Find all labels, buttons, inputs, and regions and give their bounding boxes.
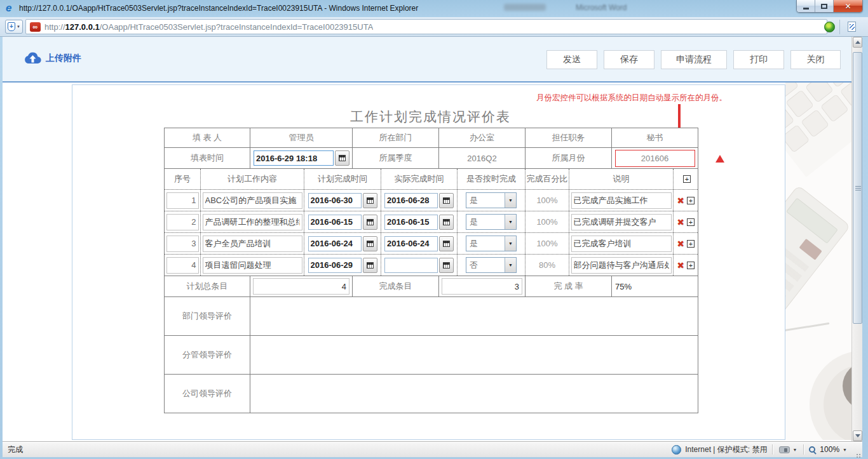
rate-value: 75% [611, 276, 698, 296]
add-row-button[interactable]: + [687, 262, 695, 269]
plan-content-input[interactable] [203, 192, 302, 209]
delete-row-button[interactable]: ✖ [677, 239, 684, 248]
calendar-button[interactable] [363, 193, 377, 208]
zone-text: Internet | 保护模式: 禁用 [685, 444, 767, 455]
note-input[interactable] [571, 192, 672, 209]
blurred-window-ghost [504, 4, 546, 11]
add-row-button[interactable]: + [687, 240, 695, 248]
rate-label: 完 成 率 [525, 276, 611, 296]
percent-value: 80% [525, 255, 569, 276]
add-row-button[interactable]: + [683, 175, 691, 183]
zones-button[interactable]: + ▼ [5, 20, 23, 34]
calendar-icon [367, 219, 374, 225]
form-title: 工作计划完成情况评价表 [164, 108, 697, 126]
action-button-group: 发送 保存 申请流程 打印 关闭 [546, 50, 841, 69]
upload-attachment-link[interactable]: 上传附件 [24, 52, 81, 64]
calendar-button[interactable] [335, 150, 349, 166]
address-bar: + ▼ ∞ http://127.0.0.1/OAapp/HtTrace0503… [0, 17, 868, 37]
row-index-input[interactable] [166, 236, 199, 252]
print-button[interactable]: 打印 [733, 50, 784, 69]
background-photo [785, 83, 851, 440]
calendar-button[interactable] [439, 215, 454, 230]
plan-date-input[interactable] [308, 258, 362, 273]
row-index-input[interactable] [166, 257, 199, 274]
ontime-select[interactable]: 是▼ [466, 214, 517, 230]
add-row-button[interactable]: + [687, 197, 695, 204]
scroll-up-button[interactable] [853, 37, 862, 48]
plan-date-input[interactable] [308, 236, 362, 251]
internet-globe-icon [672, 445, 681, 455]
compatibility-view-icon[interactable] [845, 20, 858, 33]
apply-workflow-button[interactable]: 申请流程 [661, 50, 727, 69]
window-titlebar: e http://127.0.0.1/OAapp/HtTrace0503Serv… [0, 0, 868, 17]
calendar-button[interactable] [439, 193, 454, 208]
plan-content-input[interactable] [203, 214, 302, 230]
percent-value: 100% [525, 233, 569, 254]
minimize-button[interactable] [797, 0, 815, 12]
plan-content-input[interactable] [203, 257, 302, 274]
calculator-photo [785, 185, 851, 314]
branch-leader-eval-field[interactable] [250, 336, 698, 374]
keyboard-photo [785, 83, 851, 177]
magnifier-icon [809, 446, 815, 453]
calendar-button[interactable] [439, 236, 454, 251]
fill-time-input[interactable] [254, 150, 334, 166]
company-leader-eval-label: 公司领导评价 [165, 375, 250, 413]
ontime-select[interactable]: 是▼ [466, 192, 517, 208]
ontime-select[interactable]: 是▼ [466, 236, 517, 251]
row-index-input[interactable] [166, 192, 199, 209]
plan-row: 是▼ 100% ✖+ [165, 232, 698, 254]
total-items-cell: 4 [250, 276, 352, 296]
privacy-control[interactable]: ▼ [778, 446, 798, 453]
totals-row: 计划总条目 4 完成条目 3 完 成 率 75% [165, 276, 698, 296]
evaluation-row: 分管领导评价 [165, 335, 698, 374]
delete-row-button[interactable]: ✖ [677, 218, 684, 227]
window-controls: ✕ [796, 0, 863, 13]
vertical-scrollbar[interactable] [851, 37, 862, 441]
scroll-down-button[interactable] [853, 430, 862, 441]
note-input[interactable] [571, 214, 672, 230]
company-leader-eval-field[interactable] [250, 375, 698, 413]
plugin-icon[interactable] [824, 22, 835, 32]
calendar-button[interactable] [363, 258, 377, 273]
actual-date-input[interactable] [384, 215, 438, 230]
col-on-time: 是否按时完成 [457, 169, 525, 189]
zoom-control[interactable]: 100% ▼ [809, 445, 853, 454]
plan-row: 是▼ 100% ✖+ [165, 189, 698, 211]
col-percent: 完成百分比 [525, 169, 569, 189]
note-input[interactable] [571, 257, 672, 274]
scrollbar-thumb[interactable] [853, 52, 862, 324]
plan-content-input[interactable] [203, 236, 302, 252]
calendar-button[interactable] [363, 215, 377, 230]
row-index-input[interactable] [166, 214, 199, 230]
note-input[interactable] [571, 236, 672, 252]
dept-leader-eval-field[interactable] [250, 297, 698, 335]
total-items-value: 4 [253, 278, 349, 295]
calendar-button[interactable] [363, 236, 377, 251]
delete-row-button[interactable]: ✖ [677, 196, 684, 205]
post-label: 担任职务 [525, 128, 611, 147]
month-value-highlighted[interactable]: 201606 [615, 150, 695, 167]
form-panel: 月份宏控件可以根据系统的日期自动显示所在的月份。 工作计划完成情况评价表 填 表… [72, 84, 785, 440]
plan-row: 否▼ 80% ✖+ [165, 254, 698, 276]
delete-row-button[interactable]: ✖ [677, 261, 684, 270]
page-content: 月份宏控件可以根据系统的日期自动显示所在的月份。 工作计划完成情况评价表 填 表… [3, 83, 851, 440]
send-button[interactable]: 发送 [546, 50, 597, 69]
close-button[interactable]: ✕ [834, 0, 862, 12]
url-text: http://127.0.0.1/OAapp/HtTrace0503Servle… [44, 22, 373, 32]
close-page-button[interactable]: 关闭 [790, 50, 841, 69]
quarter-value: 2016Q2 [438, 148, 525, 168]
ontime-select[interactable]: 否▼ [466, 257, 517, 273]
actual-date-input[interactable] [384, 236, 438, 251]
url-input[interactable]: ∞ http://127.0.0.1/OAapp/HtTrace0503Serv… [25, 19, 827, 34]
plan-date-input[interactable] [308, 193, 362, 208]
quarter-label: 所属季度 [352, 148, 438, 168]
actual-date-input[interactable] [384, 193, 438, 208]
actual-date-input[interactable] [384, 258, 438, 273]
time-label: 填表时间 [165, 148, 250, 168]
save-button[interactable]: 保存 [604, 50, 654, 69]
plan-date-input[interactable] [308, 215, 362, 230]
calendar-button[interactable] [439, 258, 454, 273]
maximize-button[interactable] [815, 0, 834, 12]
add-row-button[interactable]: + [687, 218, 695, 226]
